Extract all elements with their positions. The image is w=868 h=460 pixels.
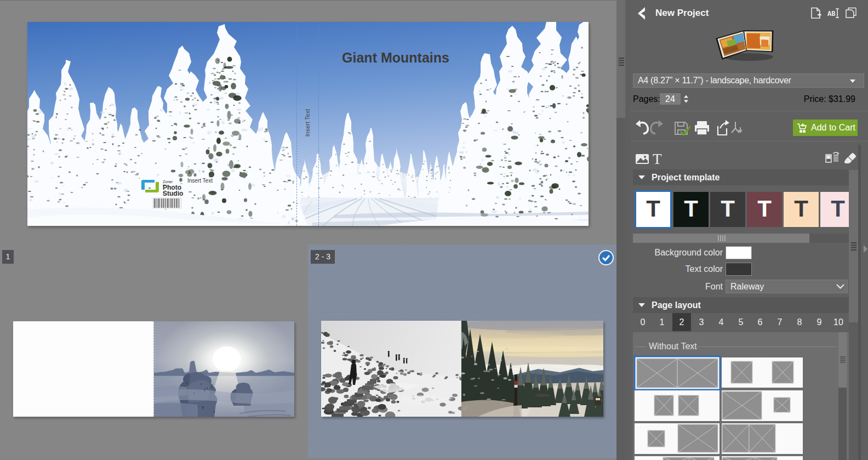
svg-text:AB: AB bbox=[827, 10, 835, 18]
